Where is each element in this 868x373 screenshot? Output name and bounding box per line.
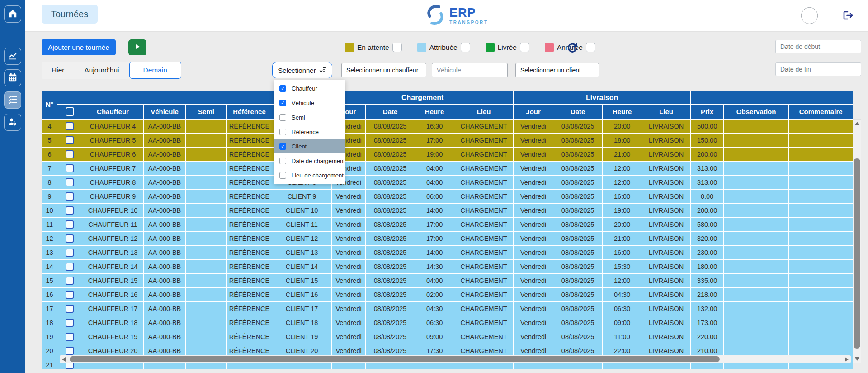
logout-button[interactable] [842, 10, 854, 22]
sidebar-item-home[interactable] [4, 5, 21, 23]
cell-l_date: 08/08/2025 [553, 217, 603, 231]
row-checkbox[interactable] [66, 136, 74, 144]
row-checkbox[interactable] [66, 277, 74, 285]
cell-l_jour: Vendredi [514, 133, 553, 147]
status-legend: En attenteAttribuéeLivréeAnnulée [345, 43, 595, 52]
table-row[interactable]: 5CHAUFFEUR 5AA-000-BBRÉFÉRENCECLIENT 5Ve… [42, 133, 853, 147]
scroll-left-arrow[interactable] [62, 357, 66, 362]
legend-checkbox[interactable] [392, 43, 402, 52]
legend-checkbox[interactable] [461, 43, 470, 52]
tab-aujourdhui[interactable]: Aujourd'hui [74, 62, 129, 79]
tab-demain[interactable]: Demain [129, 62, 181, 79]
row-checkbox[interactable] [66, 263, 74, 271]
cell-c_jour: Vendredi [332, 217, 366, 231]
sidebar-item-stats[interactable] [4, 48, 21, 65]
row-checkbox[interactable] [66, 192, 74, 201]
table-row[interactable]: 7CHAUFFEUR 7AA-000-BBRÉFÉRENCECLIENT 7Ve… [42, 161, 853, 175]
table-row[interactable]: 8CHAUFFEUR 8AA-000-BBRÉFÉRENCECLIENT 8ve… [42, 175, 853, 189]
scroll-down-arrow[interactable] [855, 357, 859, 361]
dropdown-item[interactable]: Lieu de chargement [274, 168, 345, 182]
table-row[interactable]: 4CHAUFFEUR 4AA-000-BBRÉFÉRENCECLIENT 4Ve… [42, 119, 853, 133]
cell-c_lieu: CHARGEMENT [454, 316, 514, 330]
table-row[interactable]: 18CHAUFFEUR 18AA-000-BBRÉFÉRENCECLIENT 1… [42, 316, 853, 330]
row-checkbox[interactable] [66, 164, 74, 172]
horizontal-scrollbar[interactable] [60, 355, 851, 363]
table-row[interactable]: 15CHAUFFEUR 15AA-000-BBRÉFÉRENCECLIENT 1… [42, 273, 853, 287]
cell-chauffeur: CHAUFFEUR 14 [82, 259, 144, 273]
legend-checkbox[interactable] [586, 43, 595, 52]
vertical-scroll-thumb[interactable] [854, 158, 860, 349]
play-button[interactable] [128, 39, 146, 55]
dropdown-item[interactable]: ✓Client [274, 139, 345, 153]
column-select-label: Selectionner [278, 67, 316, 74]
sidebar-item-chauffeurs[interactable] [4, 114, 21, 131]
cell-l_heure: 12:00 [603, 273, 642, 287]
dropdown-item[interactable]: Semi [274, 110, 345, 124]
avatar[interactable] [801, 7, 818, 24]
table-row[interactable]: 19CHAUFFEUR 19AA-000-BBRÉFÉRENCECLIENT 1… [42, 330, 853, 344]
row-checkbox[interactable] [66, 122, 74, 130]
chauffeur-filter-input[interactable] [341, 63, 426, 77]
scroll-up-arrow[interactable] [855, 122, 859, 125]
legend-checkbox[interactable] [520, 43, 529, 52]
row-checkbox[interactable] [66, 333, 74, 341]
refresh-button[interactable] [566, 42, 579, 54]
row-checkbox[interactable] [66, 150, 74, 158]
table-row[interactable]: 14CHAUFFEUR 14AA-000-BBRÉFÉRENCECLIENT 1… [42, 259, 853, 273]
cell-observation [724, 273, 789, 287]
dropdown-item[interactable]: Référence [274, 124, 345, 139]
row-checkbox[interactable] [66, 319, 74, 327]
row-number: 6 [42, 147, 57, 161]
cell-c_heure: 06:00 [415, 189, 454, 203]
cell-l_jour: Vendredi [514, 175, 553, 189]
unchecked-checkbox[interactable] [279, 158, 286, 164]
cell-c_lieu: CHARGEMENT [454, 175, 514, 189]
table-row[interactable]: 17CHAUFFEUR 17AA-000-BBRÉFÉRENCECLIENT 1… [42, 301, 853, 316]
row-checkbox[interactable] [66, 347, 74, 355]
date-start-input[interactable] [775, 40, 861, 53]
row-checkbox[interactable] [66, 178, 74, 186]
cell-commentaire [789, 133, 853, 147]
vertical-scrollbar[interactable] [853, 119, 861, 363]
table-row[interactable]: 12CHAUFFEUR 12AA-000-BBRÉFÉRENCECLIENT 1… [42, 231, 853, 245]
dropdown-item[interactable]: Date de chargement [274, 153, 345, 168]
cell-c_date: 08/08/2025 [366, 161, 415, 175]
table-row[interactable]: 13CHAUFFEUR 13AA-000-BBRÉFÉRENCECLIENT 1… [42, 245, 853, 259]
cell-observation [724, 217, 789, 231]
tab-hier[interactable]: Hier [42, 62, 74, 79]
checked-checkbox[interactable]: ✓ [279, 85, 286, 92]
cell-c_date: 08/08/2025 [366, 316, 415, 330]
checked-checkbox[interactable]: ✓ [279, 100, 286, 106]
row-checkbox[interactable] [66, 291, 74, 299]
sidebar-item-planning[interactable] [4, 69, 21, 86]
unchecked-checkbox[interactable] [279, 172, 286, 179]
horizontal-scroll-thumb[interactable] [70, 356, 720, 362]
select-all-checkbox[interactable] [66, 107, 74, 116]
vehicule-filter-input[interactable] [432, 63, 508, 77]
table-row[interactable]: 11CHAUFFEUR 11AA-000-BBRÉFÉRENCECLIENT 1… [42, 217, 853, 231]
date-end-input[interactable] [775, 62, 861, 76]
scroll-right-arrow[interactable] [845, 357, 849, 362]
row-checkbox[interactable] [66, 220, 74, 229]
table-row[interactable]: 16CHAUFFEUR 16AA-000-BBRÉFÉRENCECLIENT 1… [42, 287, 853, 301]
unchecked-checkbox[interactable] [279, 114, 286, 121]
column-select-button[interactable]: Selectionner [272, 62, 332, 78]
cell-vehicule: AA-000-BB [144, 203, 186, 217]
sidebar-item-tournees[interactable] [4, 91, 21, 109]
unchecked-checkbox[interactable] [279, 129, 286, 135]
cell-l_date: 08/08/2025 [553, 147, 603, 161]
client-filter-input[interactable] [515, 63, 599, 77]
row-checkbox[interactable] [66, 249, 74, 257]
status-color-swatch [545, 43, 554, 52]
dropdown-item[interactable]: ✓Chauffeur [274, 81, 345, 96]
row-checkbox[interactable] [66, 234, 74, 243]
table-row[interactable]: 9CHAUFFEUR 9AA-000-BBRÉFÉRENCECLIENT 9Ve… [42, 189, 853, 203]
add-tour-button[interactable]: Ajouter une tournée [42, 39, 116, 55]
row-checkbox[interactable] [66, 305, 74, 313]
cell-client: CLIENT 17 [272, 301, 332, 316]
checked-checkbox[interactable]: ✓ [279, 143, 286, 150]
table-row[interactable]: 6CHAUFFEUR 6AA-000-BBRÉFÉRENCECLIENT 6Ve… [42, 147, 853, 161]
row-checkbox[interactable] [66, 206, 74, 215]
dropdown-item[interactable]: ✓Véhicule [274, 96, 345, 110]
table-row[interactable]: 10CHAUFFEUR 10AA-000-BBRÉFÉRENCECLIENT 1… [42, 203, 853, 217]
